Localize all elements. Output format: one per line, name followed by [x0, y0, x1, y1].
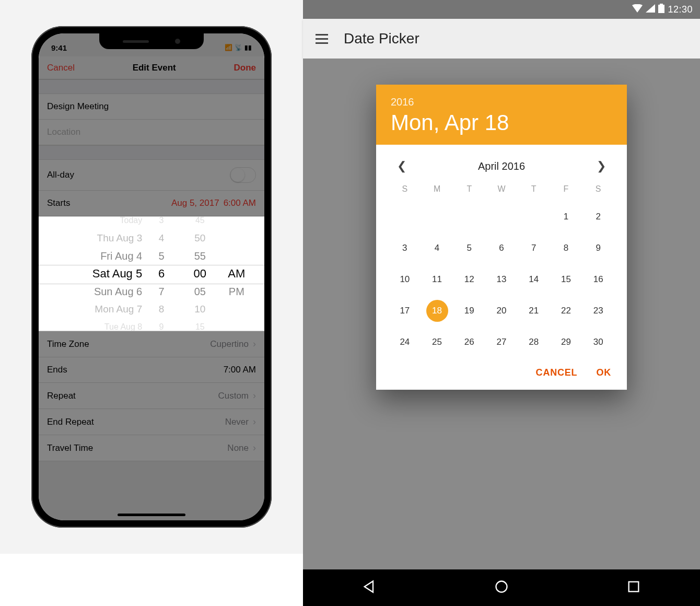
month-row: ❮ April 2016 ❯: [389, 154, 614, 184]
wheel-item[interactable]: [219, 247, 254, 265]
header-date[interactable]: Mon, Apr 18: [391, 110, 612, 135]
wheel-item[interactable]: Sat Aug 5: [49, 265, 142, 283]
wheel-minute-column[interactable]: 45505500051015: [181, 217, 219, 331]
calendar-day[interactable]: 15: [550, 268, 582, 291]
calendar-day[interactable]: 21: [518, 299, 550, 322]
calendar-day[interactable]: 25: [421, 331, 453, 354]
wheel-item[interactable]: 10: [181, 300, 219, 318]
wheel-hour-column[interactable]: 3456789: [142, 217, 181, 331]
next-month-button[interactable]: ❯: [592, 157, 610, 175]
wheel-item[interactable]: Thu Aug 3: [49, 229, 142, 247]
wheel-item[interactable]: 50: [181, 229, 219, 247]
calendar-day[interactable]: 7: [518, 237, 550, 260]
calendar-day[interactable]: 30: [582, 331, 614, 354]
wheel-item[interactable]: Mon Aug 7: [49, 300, 142, 318]
allday-label: All-day: [47, 170, 74, 180]
ios-panel: 9:41 📶 📡 ▮▮ Cancel Edit Event Done Desig…: [0, 0, 303, 554]
calendar-day[interactable]: 3: [389, 237, 421, 260]
timezone-row[interactable]: Time Zone Cupertino›: [39, 331, 264, 357]
starts-row[interactable]: Starts Aug 5, 2017 6:00 AM: [39, 191, 264, 216]
calendar-day[interactable]: 27: [485, 331, 518, 354]
calendar-day[interactable]: 28: [518, 331, 550, 354]
calendar-day[interactable]: 2: [582, 205, 614, 228]
done-button[interactable]: Done: [234, 63, 256, 73]
calendar-day[interactable]: 13: [485, 268, 518, 291]
wheel-item[interactable]: [219, 300, 254, 318]
wheel-item[interactable]: 45: [181, 217, 219, 229]
wheel-item[interactable]: 8: [142, 300, 181, 318]
traveltime-row[interactable]: Travel Time None›: [39, 435, 264, 461]
calendar-day[interactable]: 12: [453, 268, 485, 291]
prev-month-button[interactable]: ❮: [393, 157, 411, 175]
wheel-item[interactable]: 4: [142, 229, 181, 247]
wheel-item[interactable]: 55: [181, 247, 219, 265]
wheel-date-column[interactable]: TodayThu Aug 3Fri Aug 4Sat Aug 5Sun Aug …: [49, 217, 142, 331]
home-icon[interactable]: [494, 579, 509, 596]
wheel-item[interactable]: 7: [142, 283, 181, 300]
wheel-item[interactable]: AM: [219, 265, 254, 283]
ends-label: Ends: [47, 365, 67, 375]
wheel-item[interactable]: Today: [49, 217, 142, 229]
android-status-bar: 12:30: [303, 0, 700, 19]
dow-label: M: [421, 184, 453, 197]
wheel-item[interactable]: [219, 217, 254, 229]
calendar-day[interactable]: 18: [421, 299, 453, 322]
allday-row[interactable]: All-day: [39, 160, 264, 191]
travel-label: Travel Time: [47, 443, 93, 453]
wheel-item[interactable]: 05: [181, 283, 219, 300]
endrepeat-row[interactable]: End Repeat Never›: [39, 409, 264, 435]
timezone-label: Time Zone: [47, 339, 89, 349]
calendar-day[interactable]: 19: [453, 299, 485, 322]
svg-point-2: [496, 581, 507, 592]
event-title: Design Meeting: [47, 101, 109, 112]
allday-toggle[interactable]: [230, 167, 256, 183]
iphone-notch: [99, 33, 204, 49]
wheel-item[interactable]: 6: [142, 265, 181, 283]
calendar-day[interactable]: 14: [518, 268, 550, 291]
calendar-day[interactable]: 24: [389, 331, 421, 354]
wheel-item[interactable]: Sun Aug 6: [49, 283, 142, 300]
calendar-day[interactable]: 10: [389, 268, 421, 291]
calendar-day[interactable]: 1: [550, 205, 582, 228]
calendar-day[interactable]: 16: [582, 268, 614, 291]
calendar-day[interactable]: 29: [550, 331, 582, 354]
calendar-day[interactable]: 20: [485, 299, 518, 322]
wheel-item[interactable]: 3: [142, 217, 181, 229]
wheel-item[interactable]: [219, 229, 254, 247]
header-year[interactable]: 2016: [391, 96, 612, 108]
repeat-row[interactable]: Repeat Custom›: [39, 383, 264, 409]
ends-row[interactable]: Ends 7:00 AM: [39, 357, 264, 383]
android-body: 2016 Mon, Apr 18 ❮ April 2016 ❯ SMTWTFS0…: [303, 59, 700, 569]
calendar-day[interactable]: 23: [582, 299, 614, 322]
calendar-day[interactable]: 6: [485, 237, 518, 260]
wheel-item[interactable]: 5: [142, 247, 181, 265]
location-row[interactable]: Location: [39, 120, 264, 145]
event-title-row[interactable]: Design Meeting: [39, 94, 264, 120]
calendar-day[interactable]: 4: [421, 237, 453, 260]
wheel-ampm-column[interactable]: AMPM: [219, 217, 254, 331]
wheel-item[interactable]: 15: [181, 318, 219, 331]
calendar-day[interactable]: 17: [389, 299, 421, 322]
calendar-day[interactable]: 8: [550, 237, 582, 260]
wheel-item[interactable]: 00: [181, 265, 219, 283]
wheel-item[interactable]: 9: [142, 318, 181, 331]
wheel-item[interactable]: [219, 318, 254, 331]
calendar-day[interactable]: 9: [582, 237, 614, 260]
wheel-item[interactable]: Tue Aug 8: [49, 318, 142, 331]
ios-status-time: 9:41: [51, 43, 67, 52]
recents-icon[interactable]: [626, 579, 641, 596]
signal-icon: [646, 4, 655, 15]
menu-icon[interactable]: [316, 34, 328, 44]
wheel-item[interactable]: PM: [219, 283, 254, 300]
calendar-day[interactable]: 22: [550, 299, 582, 322]
ok-button[interactable]: OK: [596, 367, 611, 378]
calendar-day[interactable]: 26: [453, 331, 485, 354]
calendar-day[interactable]: 11: [421, 268, 453, 291]
wheel-item[interactable]: Fri Aug 4: [49, 247, 142, 265]
back-icon[interactable]: [362, 579, 377, 596]
calendar-day[interactable]: 5: [453, 237, 485, 260]
cancel-button[interactable]: Cancel: [47, 63, 75, 73]
endrepeat-label: End Repeat: [47, 417, 94, 427]
ios-datetime-wheel[interactable]: TodayThu Aug 3Fri Aug 4Sat Aug 5Sun Aug …: [39, 216, 264, 331]
cancel-button[interactable]: CANCEL: [536, 367, 578, 378]
